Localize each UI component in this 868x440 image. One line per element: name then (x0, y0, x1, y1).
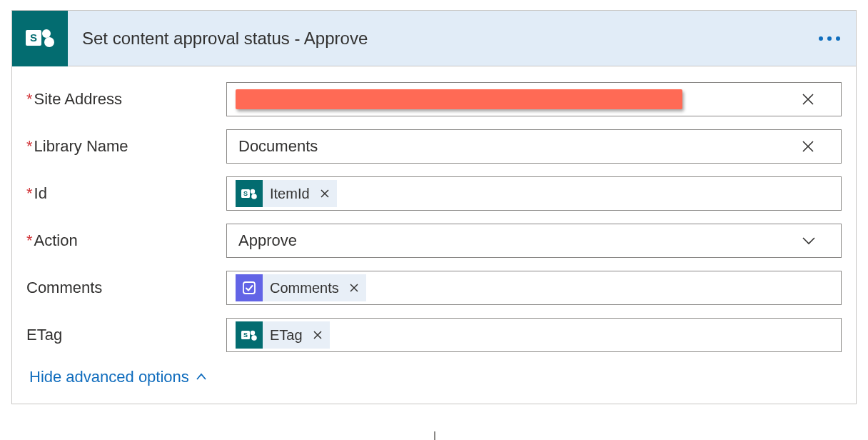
token-remove-button[interactable] (308, 330, 327, 340)
label-action: * Action (26, 231, 226, 250)
svg-text:S: S (243, 331, 248, 339)
label-library-name: * Library Name (26, 137, 226, 156)
token-remove-button[interactable] (345, 283, 363, 293)
svg-point-5 (827, 36, 832, 41)
select-action[interactable]: Approve (226, 224, 842, 258)
svg-point-10 (251, 194, 257, 199)
chevron-up-icon (195, 371, 208, 384)
token-label: ItemId (263, 186, 316, 202)
input-etag[interactable]: S ETag (226, 318, 842, 352)
row-site-address: * Site Address (26, 82, 842, 116)
label-text: Library Name (34, 137, 128, 156)
svg-point-9 (251, 189, 255, 194)
svg-point-4 (819, 36, 823, 41)
input-comments[interactable]: Comments (226, 271, 842, 305)
svg-point-15 (251, 335, 257, 341)
row-id: * Id S ItemId (26, 176, 842, 211)
label-site-address: * Site Address (26, 90, 226, 109)
connector-stem (434, 431, 435, 440)
card-header[interactable]: S Set content approval status - Approve (12, 11, 856, 66)
token-label: Comments (263, 280, 345, 296)
row-action: * Action Approve (26, 224, 842, 258)
row-comments: Comments Comments (26, 271, 842, 305)
value-action: Approve (233, 231, 801, 250)
svg-point-6 (836, 36, 840, 41)
card-title: Set content approval status - Approve (82, 29, 817, 49)
token-remove-button[interactable] (316, 189, 334, 199)
card-menu-button[interactable] (817, 35, 842, 42)
token-etag[interactable]: S ETag (236, 321, 330, 349)
hide-advanced-options-toggle[interactable]: Hide advanced options (29, 368, 208, 386)
token-label: ETag (263, 327, 308, 344)
input-site-address[interactable] (226, 82, 842, 116)
sharepoint-icon: S (236, 321, 263, 349)
required-asterisk: * (26, 90, 33, 109)
required-asterisk: * (26, 231, 33, 250)
chevron-down-icon[interactable] (801, 233, 835, 249)
svg-text:S: S (243, 190, 248, 197)
svg-text:S: S (30, 31, 37, 44)
token-comments[interactable]: Comments (236, 274, 366, 301)
redacted-value (236, 89, 682, 109)
label-id: * Id (26, 184, 226, 203)
required-asterisk: * (26, 137, 33, 156)
approvals-icon (236, 274, 263, 301)
svg-point-2 (42, 29, 51, 38)
svg-point-3 (44, 37, 54, 47)
row-etag: ETag S ETag (26, 318, 842, 352)
label-comments: Comments (26, 279, 226, 297)
value-library-name: Documents (233, 137, 801, 156)
label-text: Action (34, 231, 78, 250)
label-text: Site Address (34, 90, 123, 109)
action-card: S Set content approval status - Approve … (11, 10, 857, 404)
label-etag: ETag (26, 326, 226, 344)
label-text: Id (34, 184, 47, 203)
label-text: ETag (26, 326, 62, 344)
svg-rect-11 (243, 282, 255, 294)
clear-site-address-button[interactable] (801, 92, 835, 106)
svg-point-14 (251, 331, 255, 335)
toggle-label: Hide advanced options (29, 368, 189, 386)
token-itemid[interactable]: S ItemId (236, 180, 337, 207)
input-library-name[interactable]: Documents (226, 129, 842, 164)
clear-library-name-button[interactable] (801, 139, 835, 154)
label-text: Comments (26, 279, 102, 297)
sharepoint-icon: S (12, 11, 68, 66)
required-asterisk: * (26, 184, 33, 203)
card-body: * Site Address * Library Name (12, 66, 856, 404)
input-id[interactable]: S ItemId (226, 176, 842, 211)
row-library-name: * Library Name Documents (26, 129, 842, 164)
sharepoint-icon: S (236, 180, 263, 207)
